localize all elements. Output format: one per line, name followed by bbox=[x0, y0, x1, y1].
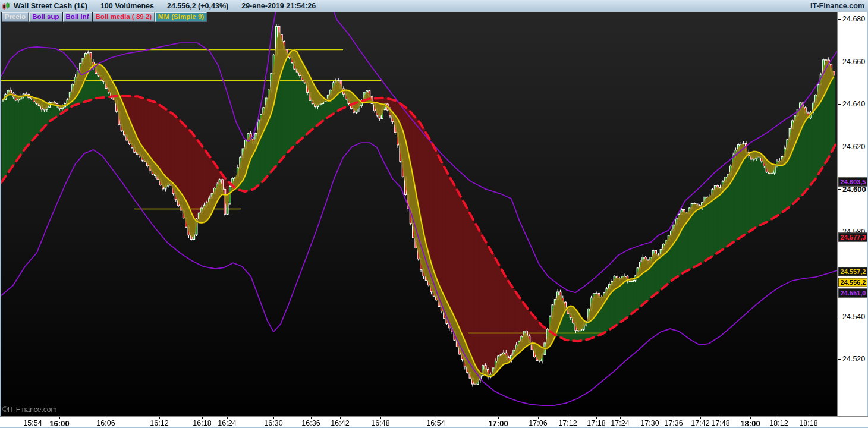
window-frame-left bbox=[0, 12, 1, 416]
time-label: 16:06 bbox=[96, 419, 115, 427]
price-tick-label: 24.640 bbox=[842, 100, 865, 108]
time-label: 16:12 bbox=[150, 419, 168, 427]
time-label: 16:30 bbox=[264, 419, 282, 427]
trading-app-window: Wall Street Cash (1€) 100 Volúmenes 24.5… bbox=[0, 0, 868, 428]
price-tag: 24.557,2 bbox=[838, 268, 868, 276]
price-tick bbox=[838, 19, 841, 20]
time-label: 17:48 bbox=[711, 419, 729, 427]
price-axis[interactable]: 24.68024.66024.64024.62024.60024.58024.5… bbox=[837, 12, 867, 416]
price-tick bbox=[838, 104, 841, 105]
price-tick-label: 24.620 bbox=[842, 143, 865, 151]
price-tick bbox=[838, 359, 841, 360]
legend-button-precio[interactable]: Precio bbox=[2, 12, 29, 22]
title-bar: Wall Street Cash (1€) 100 Volúmenes 24.5… bbox=[0, 0, 868, 12]
time-label: 16:18 bbox=[193, 419, 211, 427]
time-label: 17:42 bbox=[691, 419, 709, 427]
price-tick-label: 24.660 bbox=[842, 58, 865, 66]
indicator-legend: PrecioBoll supBoll infBoll media ( 89 2)… bbox=[2, 12, 207, 22]
time-label: 16:36 bbox=[301, 419, 320, 427]
instrument-title: Wall Street Cash (1€) bbox=[14, 2, 87, 10]
chart-plot-area[interactable] bbox=[1, 12, 837, 416]
time-label: 17:18 bbox=[587, 419, 605, 427]
time-label: 16:48 bbox=[371, 419, 389, 427]
time-label: 18:12 bbox=[769, 419, 788, 427]
legend-button-boll-sup[interactable]: Boll sup bbox=[29, 12, 62, 22]
candlestick-logo-icon bbox=[2, 2, 10, 10]
price-tick-label: 24.540 bbox=[842, 313, 865, 321]
price-tick bbox=[838, 317, 841, 317]
price-tick bbox=[838, 189, 841, 190]
time-label: 16:24 bbox=[218, 419, 236, 427]
time-label: 17:36 bbox=[664, 419, 683, 427]
time-label: 17:12 bbox=[558, 419, 577, 427]
time-label: 17:24 bbox=[611, 419, 629, 427]
time-label: 18:18 bbox=[799, 419, 817, 427]
watermark: ©IT-Finance.com bbox=[2, 405, 57, 414]
datetime-label: 29-ene-2019 21:54:26 bbox=[241, 2, 316, 10]
time-label: 16:42 bbox=[331, 419, 349, 427]
price-tick-label: 24.520 bbox=[842, 355, 865, 363]
time-label: 15:54 bbox=[23, 419, 42, 427]
legend-button-boll-inf[interactable]: Boll inf bbox=[63, 12, 92, 22]
brand-label: IT-Finance.com bbox=[810, 2, 864, 10]
price-tag: 24.603,5 bbox=[838, 177, 868, 186]
chart-region: PrecioBoll supBoll infBoll media ( 89 2)… bbox=[0, 12, 868, 416]
price-tag: 24.577,3 bbox=[838, 233, 868, 242]
time-label: 16:54 bbox=[426, 419, 445, 427]
legend-button-mm-simple-9[interactable]: MM (Simple 9) bbox=[155, 12, 207, 22]
last-price-header: 24.556,2 (+0,43%) bbox=[167, 2, 228, 10]
price-tick bbox=[838, 62, 841, 62]
price-tick bbox=[838, 147, 841, 147]
price-tick-label: 24.680 bbox=[842, 15, 865, 23]
time-label: 17:06 bbox=[529, 419, 547, 427]
time-label: 17:30 bbox=[640, 419, 659, 427]
price-tag: 24.556,2 bbox=[838, 278, 868, 287]
time-axis[interactable]: 15:5416:0016:0616:1216:1816:2416:3016:36… bbox=[0, 416, 868, 428]
legend-button-boll-media-89-2[interactable]: Boll media ( 89 2) bbox=[93, 12, 155, 22]
price-tag: 24.551,0 bbox=[838, 289, 868, 298]
feed-label: 100 Volúmenes bbox=[100, 2, 154, 10]
